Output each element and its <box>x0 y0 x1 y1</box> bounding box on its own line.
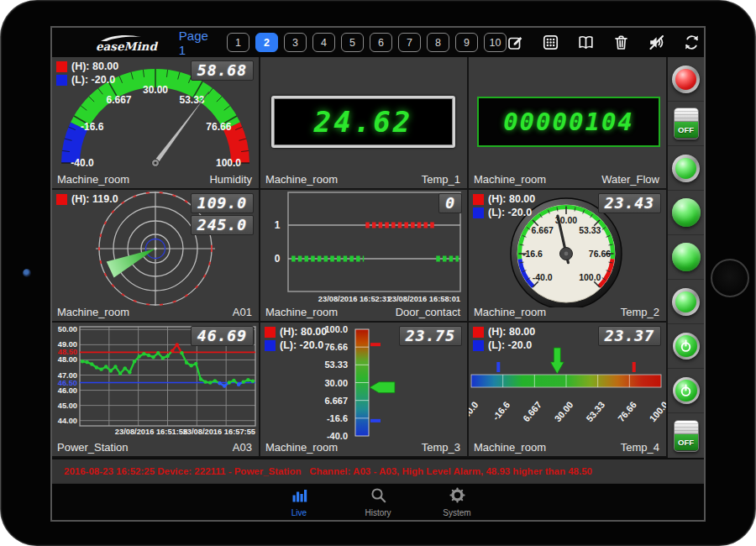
svg-text:100.0: 100.0 <box>216 157 241 169</box>
widget-humidity: (H): 80.00(L): -20.058.68-40.0-16.66.667… <box>52 57 260 190</box>
svg-text:30.00: 30.00 <box>324 378 348 388</box>
widget-footer: Machine_roomA01 <box>57 306 252 318</box>
channel-label: A01 <box>233 306 252 318</box>
svg-text:76.66: 76.66 <box>324 342 348 352</box>
svg-text:-16.6: -16.6 <box>81 121 104 133</box>
green-led-indicator <box>672 198 701 227</box>
device-label: Machine_room <box>57 306 129 318</box>
legend-label: (H): 80.00 <box>488 326 535 338</box>
page-button-9[interactable]: 9 <box>455 33 478 52</box>
dashboard-grid: (H): 80.00(L): -20.058.68-40.0-16.66.667… <box>52 57 704 458</box>
device-label: Machine_room <box>474 173 546 186</box>
tab-label: Live <box>291 508 307 517</box>
home-button[interactable] <box>711 259 749 297</box>
svg-text:1: 1 <box>275 219 281 231</box>
svg-text:6.667: 6.667 <box>521 400 543 424</box>
device-label: Machine_room <box>265 306 338 318</box>
gear-icon <box>449 486 466 507</box>
digital-value: 109.0 <box>191 193 254 213</box>
svg-text:-40.0: -40.0 <box>533 272 553 282</box>
tab-bar: LiveHistorySystem <box>52 483 704 520</box>
svg-text:53.33: 53.33 <box>324 360 348 370</box>
mute-icon[interactable] <box>648 34 665 51</box>
widget-footer: Machine_roomDoor_contact <box>265 306 460 318</box>
app-logo: easeMind <box>96 34 157 50</box>
keypad-icon[interactable] <box>542 34 559 51</box>
page-button-2[interactable]: 2 <box>255 33 278 52</box>
refresh-icon[interactable] <box>683 34 701 51</box>
step-chart-chart: 1023/08/2016 16:52:3123/08/2016 16:58:01 <box>260 190 467 307</box>
widget-footer: Machine_roomTemp_1 <box>265 173 460 186</box>
alarm-bar: 2016-08-23 16:52:25 Device: 222111 - Pow… <box>52 458 704 483</box>
led-cell <box>668 280 704 324</box>
svg-text:50.00: 50.00 <box>58 325 77 333</box>
svg-text:23/08/2016 16:58:01: 23/08/2016 16:58:01 <box>388 295 460 303</box>
legend-label: (H): 80.00 <box>488 193 535 205</box>
legend-color-swatch <box>265 340 276 351</box>
page-button-3[interactable]: 3 <box>284 33 307 52</box>
svg-text:0: 0 <box>275 253 281 265</box>
limit-legend: (H): 80.00(L): -20.0 <box>265 326 327 353</box>
widget-footer: Machine_roomTemp_2 <box>474 306 659 318</box>
channel-label: Humidity <box>209 173 252 186</box>
legend-label: (H): 80.00 <box>280 326 327 338</box>
svg-text:6.667: 6.667 <box>532 225 554 235</box>
toggle-switch[interactable]: OFF <box>674 108 699 139</box>
widget-footer: Machine_roomTemp_3 <box>265 441 460 454</box>
legend-label: (H): 119.0 <box>71 193 118 205</box>
digital-value: 23.75 <box>399 326 462 346</box>
svg-text:6.667: 6.667 <box>106 94 131 106</box>
svg-text:100.0: 100.0 <box>648 400 666 424</box>
page-button-6[interactable]: 6 <box>370 33 392 52</box>
tab-label: History <box>365 508 391 517</box>
led-cell <box>668 191 704 235</box>
limit-legend: (H): 80.00(L): -20.0 <box>473 326 535 353</box>
edit-icon[interactable] <box>507 34 524 51</box>
toggle-switch[interactable]: OFF <box>674 420 699 452</box>
channel-label: Temp_1 <box>422 173 460 186</box>
svg-text:-16.6: -16.6 <box>522 249 543 259</box>
led-cell <box>668 146 704 191</box>
green-led-indicator <box>672 155 700 182</box>
tab-label: System <box>443 508 470 517</box>
device-label: Machine_room <box>265 441 338 454</box>
svg-text:30.00: 30.00 <box>553 400 575 424</box>
channel-label: Temp_3 <box>422 441 460 454</box>
widget-water_flow: 00000104Machine_roomWater_Flow <box>469 57 668 190</box>
book-icon[interactable] <box>577 34 595 51</box>
svg-text:-40.0: -40.0 <box>469 400 480 423</box>
svg-text:53.33: 53.33 <box>179 94 204 106</box>
digital-value: 46.69 <box>191 326 254 346</box>
svg-text:100.0: 100.0 <box>324 324 348 334</box>
svg-text:44.00: 44.00 <box>58 417 77 425</box>
svg-text:-16.6: -16.6 <box>491 400 512 423</box>
tab-system[interactable]: System <box>435 486 479 517</box>
svg-text:53.33: 53.33 <box>579 225 601 235</box>
digital-value: 23.37 <box>598 326 661 346</box>
red-led-indicator <box>672 66 700 93</box>
channel-label: Temp_2 <box>621 306 659 318</box>
tab-history[interactable]: History <box>356 486 400 517</box>
page-button-1[interactable]: 1 <box>227 33 249 52</box>
tab-live[interactable]: Live <box>277 486 321 517</box>
device-label: Machine_room <box>265 173 338 186</box>
channel-label: Water_Flow <box>601 173 659 186</box>
power-button[interactable] <box>673 377 700 404</box>
led-cell: OFF <box>668 102 704 146</box>
page-button-7[interactable]: 7 <box>398 33 421 52</box>
widget-temp3: (H): 80.00(L): -20.023.75100.076.6653.33… <box>260 323 469 458</box>
widget-temp4: (H): 80.00(L): -20.023.37-40.0-16.66.667… <box>469 323 668 458</box>
legend-color-swatch <box>265 327 276 338</box>
device-label: Machine_room <box>57 173 129 186</box>
power-button[interactable] <box>673 333 700 360</box>
page-button-10[interactable]: 10 <box>484 33 507 52</box>
page-button-8[interactable]: 8 <box>427 33 449 52</box>
page-button-4[interactable]: 4 <box>312 33 335 52</box>
camera-icon <box>23 269 31 277</box>
limit-legend: (H): 80.00(L): -20.0 <box>56 60 118 87</box>
trash-icon[interactable] <box>612 34 630 51</box>
widget-temp2: (H): 80.00(L): -20.023.43-40.0-16.66.667… <box>469 190 668 323</box>
page-button-5[interactable]: 5 <box>341 33 364 52</box>
widget-footer: Power_StationA03 <box>57 441 252 454</box>
channel-label: Temp_4 <box>621 441 659 454</box>
